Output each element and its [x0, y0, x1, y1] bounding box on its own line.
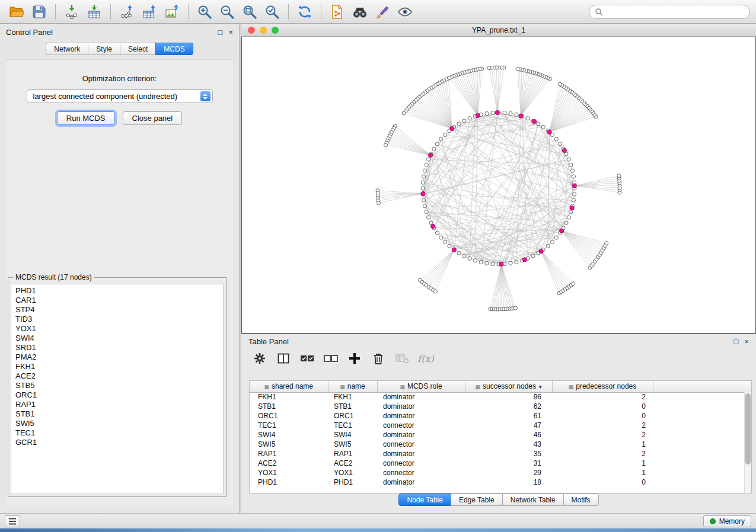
- search-input[interactable]: [607, 7, 744, 17]
- table-cell[interactable]: connector: [377, 459, 465, 468]
- mcds-result-item[interactable]: PHD1: [15, 286, 219, 296]
- table-row[interactable]: ORC1ORC1dominator610: [250, 411, 751, 421]
- mcds-result-item[interactable]: STB5: [15, 381, 219, 390]
- delete-column-button[interactable]: [368, 350, 388, 367]
- table-row[interactable]: PHD1PHD1dominator180: [250, 477, 751, 487]
- mcds-result-item[interactable]: FKH1: [15, 362, 219, 371]
- open-file-button[interactable]: [6, 2, 27, 21]
- column-header-successor-nodes[interactable]: ▦successor nodes▾: [465, 381, 552, 392]
- zoom-in-button[interactable]: [194, 2, 215, 21]
- table-cell[interactable]: 1: [552, 468, 653, 477]
- maximize-window-button[interactable]: [272, 27, 279, 34]
- export-image-button[interactable]: [161, 2, 183, 21]
- hide-table-button[interactable]: [392, 350, 412, 367]
- table-cell[interactable]: 0: [552, 402, 653, 411]
- table-cell[interactable]: 46: [465, 430, 552, 440]
- add-column-button[interactable]: [344, 350, 365, 367]
- table-cell[interactable]: PHD1: [328, 477, 377, 487]
- table-cell[interactable]: SWI4: [328, 430, 377, 440]
- tab-edge-table[interactable]: Edge Table: [451, 493, 503, 506]
- import-network-button[interactable]: [61, 2, 82, 21]
- function-builder-button[interactable]: f(x): [416, 350, 436, 367]
- tab-style[interactable]: Style: [88, 43, 120, 55]
- table-cell[interactable]: connector: [377, 440, 465, 449]
- network-window-titlebar[interactable]: YPA_prune.txt_1: [241, 24, 756, 37]
- search-box[interactable]: [589, 5, 750, 19]
- table-cell[interactable]: 29: [465, 468, 552, 477]
- table-cell[interactable]: TEC1: [250, 421, 328, 430]
- table-cell[interactable]: 2: [552, 392, 653, 402]
- mcds-result-item[interactable]: PMA2: [15, 352, 219, 362]
- table-cell[interactable]: 35: [465, 449, 552, 459]
- table-cell[interactable]: YOX1: [250, 468, 328, 477]
- tab-network[interactable]: Network: [46, 43, 88, 55]
- optimization-criterion-select[interactable]: largest connected component (undirected): [27, 89, 213, 103]
- table-cell[interactable]: dominator: [377, 477, 465, 487]
- table-cell[interactable]: connector: [377, 421, 465, 430]
- mcds-result-item[interactable]: TID3: [15, 315, 219, 324]
- close-mcds-panel-button[interactable]: Close panel: [123, 111, 183, 125]
- table-cell[interactable]: ORC1: [250, 411, 328, 421]
- task-history-button[interactable]: [5, 515, 20, 527]
- table-cell[interactable]: RAP1: [328, 449, 377, 459]
- table-row[interactable]: SWI5SWI5connector431: [250, 440, 751, 449]
- table-cell[interactable]: dominator: [377, 430, 465, 440]
- table-cell[interactable]: 62: [465, 402, 552, 411]
- show-hide-panel-button[interactable]: [394, 2, 416, 21]
- minimize-window-button[interactable]: [260, 27, 267, 34]
- table-cell[interactable]: SWI5: [250, 440, 328, 449]
- table-cell[interactable]: dominator: [377, 411, 465, 421]
- export-network-button[interactable]: [116, 2, 138, 21]
- mcds-result-item[interactable]: STP4: [15, 305, 219, 315]
- table-cell[interactable]: 43: [465, 440, 552, 449]
- table-row[interactable]: ACE2ACE2connector311: [250, 459, 751, 468]
- table-row[interactable]: STB1STB1dominator620: [250, 402, 751, 411]
- tab-select[interactable]: Select: [120, 43, 156, 55]
- table-cell[interactable]: 18: [465, 477, 552, 487]
- mcds-result-item[interactable]: YOX1: [15, 324, 219, 334]
- column-header-name[interactable]: ▦name: [328, 381, 377, 392]
- tab-mcds[interactable]: MCDS: [155, 43, 193, 55]
- float-panel-icon[interactable]: □: [218, 28, 223, 36]
- column-header-MCDS-role[interactable]: ▦MCDS role: [377, 381, 465, 392]
- table-cell[interactable]: YOX1: [328, 468, 377, 477]
- table-cell[interactable]: 61: [465, 411, 552, 421]
- table-cell[interactable]: SWI4: [250, 430, 328, 440]
- show-columns-button[interactable]: [273, 350, 294, 367]
- table-cell[interactable]: PHD1: [250, 477, 328, 487]
- zoom-fit-button[interactable]: [239, 2, 260, 21]
- mcds-result-item[interactable]: CAR1: [15, 296, 219, 305]
- table-cell[interactable]: 31: [465, 459, 552, 468]
- scrollbar-thumb[interactable]: [745, 393, 751, 464]
- mcds-result-list[interactable]: PHD1CAR1STP4TID3YOX1SWI4SRD1PMA2FKH1ACE2…: [11, 284, 224, 494]
- table-cell[interactable]: FKH1: [250, 392, 328, 402]
- tab-network-table[interactable]: Network Table: [502, 493, 564, 506]
- table-cell[interactable]: 1: [552, 440, 653, 449]
- table-settings-button[interactable]: [250, 350, 270, 367]
- mcds-result-item[interactable]: SWI5: [15, 419, 219, 428]
- table-cell[interactable]: RAP1: [250, 449, 328, 459]
- tab-node-table[interactable]: Node Table: [398, 493, 451, 506]
- table-row[interactable]: SWI4SWI4dominator462: [250, 430, 751, 440]
- mcds-result-item[interactable]: STB1: [15, 409, 219, 419]
- table-row[interactable]: FKH1FKH1dominator962: [250, 392, 751, 402]
- mcds-result-item[interactable]: ACE2: [15, 371, 219, 381]
- table-cell[interactable]: ACE2: [328, 459, 377, 468]
- annotations-button[interactable]: [372, 2, 393, 21]
- table-cell[interactable]: 96: [465, 392, 552, 402]
- table-cell[interactable]: 2: [552, 430, 653, 440]
- table-cell[interactable]: 1: [552, 459, 653, 468]
- mcds-result-item[interactable]: TEC1: [15, 428, 219, 438]
- export-table-button[interactable]: [139, 2, 160, 21]
- first-neighbors-button[interactable]: [349, 2, 371, 21]
- mcds-result-item[interactable]: SWI4: [15, 334, 219, 343]
- table-cell[interactable]: ORC1: [328, 411, 377, 421]
- run-mcds-button[interactable]: Run MCDS: [57, 111, 115, 125]
- table-cell[interactable]: 2: [552, 449, 653, 459]
- refresh-button[interactable]: [294, 2, 315, 21]
- table-cell[interactable]: 0: [552, 411, 653, 421]
- table-cell[interactable]: STB1: [250, 402, 328, 411]
- network-from-file-button[interactable]: [327, 2, 348, 21]
- import-table-button[interactable]: [84, 2, 105, 21]
- table-row[interactable]: TEC1TEC1connector472: [250, 421, 751, 430]
